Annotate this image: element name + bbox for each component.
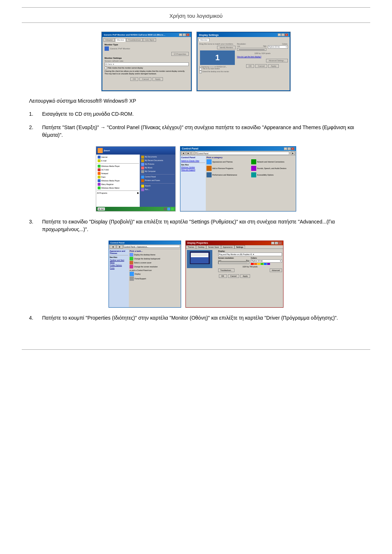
- search-icon: [141, 185, 144, 188]
- switch-classic-link[interactable]: Switch to Classic View: [181, 160, 205, 162]
- dp-tabs: Themes Desktop Screen Saver Appearance S…: [186, 245, 283, 249]
- act-icon: [98, 168, 101, 171]
- address-bar[interactable]: Control Panel: [197, 152, 290, 155]
- resolution-slider[interactable]: [237, 48, 266, 51]
- task-resolution[interactable]: Change the screen resolution: [130, 265, 180, 268]
- steps-list: 1. Εισαγάγετε το CD στη μονάδα CD-ROM. 2…: [29, 110, 363, 139]
- go-btn[interactable]: ▶: [291, 151, 295, 155]
- step-2: 2. Πατήστε "Start (Έναρξη)" → "Control P…: [29, 124, 363, 139]
- taskbar-icon-3: [171, 208, 174, 210]
- tab-settings[interactable]: Settings: [234, 245, 245, 249]
- screenshot-row-2: βαsιrt Internet E-mail Windows Media Pla…: [29, 146, 363, 212]
- screenshot-row-1: Generic PnP Monitor and NVIDIA GeForce 6…: [29, 32, 363, 91]
- sounds-icon: [251, 166, 256, 171]
- monitor-select[interactable]: Plug and Play Monitor on (M) Propfest #1…: [218, 253, 282, 256]
- bottom-divider: [22, 349, 370, 350]
- apply-btn-1[interactable]: Apply: [152, 77, 163, 81]
- cp-sidebar: Control Panel Switch to Classic View See…: [180, 156, 206, 211]
- back-btn[interactable]: ◀: [181, 151, 185, 155]
- task-desktop-theme[interactable]: Display the desktop theme: [130, 253, 180, 257]
- display-icon-pick: [130, 272, 134, 276]
- network-icon: [251, 159, 256, 164]
- apply-btn-dp[interactable]: Apply: [240, 274, 250, 278]
- screenshot-row-3: Control Panel ◀ ▶ Control Panel > Appear…: [29, 241, 363, 308]
- taskbar-nav[interactable]: Taskbar and Start Menu: [110, 259, 128, 264]
- cp-toolbar: ◀ ▶ ↑ Control Panel ▶: [180, 151, 296, 156]
- cancel-btn-1[interactable]: Cancel: [139, 77, 151, 81]
- start-logo[interactable]: ⊞ start: [98, 208, 105, 210]
- taskbar: ⊞ start: [96, 207, 175, 211]
- sounds-item[interactable]: Sounds, Speech, and Audio Devices: [251, 166, 295, 171]
- forward-btn[interactable]: ▶: [186, 151, 191, 155]
- tab-themes[interactable]: Themes: [186, 245, 196, 249]
- dp-titlebar: Display Properties _ □ ×: [186, 241, 283, 245]
- pick-fonts[interactable]: Fonts/Support: [130, 276, 180, 281]
- cp2-main: Pick a task... Display the desktop theme…: [129, 249, 181, 308]
- task-icon-4: [130, 265, 133, 268]
- advanced-settings-btn[interactable]: Advanced Settings...: [266, 59, 288, 62]
- ok-btn-dp[interactable]: OK: [219, 274, 227, 278]
- step-4: 4. Πατήστε το κουμπί "Properties (Ιδιότη…: [29, 314, 363, 322]
- tab-appearance[interactable]: Appearance: [221, 245, 234, 249]
- back-btn-2[interactable]: ◀: [110, 245, 116, 249]
- task-background[interactable]: Change the desktop background: [130, 257, 180, 260]
- paint-icon: [98, 176, 101, 178]
- cp2-toolbar: ◀ ▶ Control Panel > Appearance...: [109, 245, 181, 249]
- wmp2-icon: [98, 179, 101, 182]
- resolution-slider-dp[interactable]: [218, 261, 249, 264]
- task-screensaver[interactable]: Select a screen saver: [130, 261, 180, 264]
- appearance-themes-item[interactable]: Appearance and Themes: [207, 159, 250, 164]
- colors-select-dp[interactable]: Highest (32-bit)▼: [251, 259, 282, 263]
- display-settings-body: Monitor Drag the icons to match your mon…: [197, 37, 290, 90]
- cp-icon-sm: [141, 176, 144, 178]
- screenshot-display-settings: Display Settings _ □ × Monitor: [196, 32, 291, 91]
- taskbar-icon-1: [164, 208, 167, 210]
- fonts-nav[interactable]: Fonts: [110, 267, 128, 270]
- best-display-link[interactable]: How do I get the best display?: [237, 56, 288, 58]
- help-support-link[interactable]: Help and Support: [181, 169, 205, 171]
- advanced-btn-dp[interactable]: Advanced: [270, 268, 282, 272]
- tab-desktop[interactable]: Desktop: [196, 245, 206, 249]
- ok-btn-disp[interactable]: OK: [246, 64, 254, 68]
- appearance-icon: [207, 159, 212, 164]
- fwd-btn-2[interactable]: ▶: [117, 245, 123, 249]
- monitor-preview: [187, 250, 212, 268]
- step-3: 3. Πατήστε το εικονίδιο "Display (Προβολ…: [29, 218, 363, 233]
- identify-monitors-btn[interactable]: Identify Monitors: [217, 46, 236, 49]
- properties-btn[interactable]: ☑ Properties: [171, 52, 189, 56]
- troubleshoot-btn-dp[interactable]: Troubleshoot...: [218, 268, 234, 272]
- ie-icon: [98, 156, 101, 159]
- recent-icon: [141, 159, 144, 162]
- screenshot-appearance-themes: Control Panel ◀ ▶ Control Panel > Appear…: [109, 241, 181, 308]
- run-icon: [141, 188, 144, 191]
- cp-main: Pick a category Appearance and Themes Ne…: [206, 156, 296, 211]
- screenshot-monitor-settings: Generic PnP Monitor and NVIDIA GeForce 6…: [101, 32, 192, 91]
- add-remove-item[interactable]: Add or Remove Programs: [207, 166, 250, 171]
- pick-display[interactable]: Display: [130, 272, 180, 276]
- colors-select[interactable]: Highest (32 bit)▼: [268, 45, 288, 49]
- refresh-rate-select[interactable]: 60 Hertz ▼: [105, 62, 189, 66]
- network-item[interactable]: Network and Internet Connections: [251, 159, 295, 164]
- fonts-icon-pick: [130, 276, 134, 281]
- steps-list-3: 3. Πατήστε το εικονίδιο "Display (Προβολ…: [29, 218, 363, 233]
- accessibility-icon: [251, 172, 256, 177]
- notepad-icon: [98, 172, 101, 175]
- cancel-btn-dp[interactable]: Cancel: [228, 274, 239, 278]
- cancel-btn-disp[interactable]: Cancel: [255, 64, 267, 68]
- up-btn[interactable]: ↑: [191, 151, 195, 155]
- performance-item[interactable]: Performance and Maintenance: [207, 172, 250, 177]
- folder-opt-nav[interactable]: Folder Options: [110, 264, 128, 267]
- ok-btn-1[interactable]: OK: [130, 77, 139, 81]
- apply-btn-disp[interactable]: Apply: [268, 64, 279, 68]
- taskbar-icons: [164, 208, 174, 210]
- start-menu-left-panel: Internet E-mail Windows Media Player ACT…: [96, 155, 140, 207]
- win-buttons: _ □ ×: [179, 33, 189, 36]
- tab-screensaver[interactable]: Screen Saver: [206, 245, 221, 249]
- windows-update-link[interactable]: Windows Update: [181, 166, 205, 168]
- start-avatar: [98, 148, 103, 153]
- accessibility-item[interactable]: Accessibility Options: [251, 172, 295, 177]
- display-settings-titlebar: Display Settings _ □ ×: [197, 33, 290, 37]
- address-bar-2[interactable]: Control Panel > Appearance...: [123, 245, 180, 248]
- page-title: Χρήση του λογισμικού: [22, 8, 370, 23]
- screenshot-display-properties: Display Properties _ □ × Themes Desktop …: [185, 241, 283, 308]
